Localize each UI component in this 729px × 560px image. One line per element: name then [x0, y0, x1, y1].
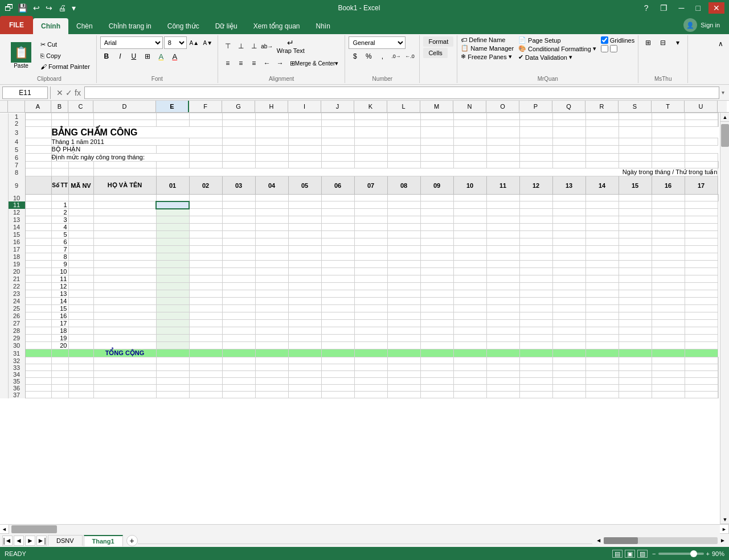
grid-cell[interactable]	[255, 320, 288, 327]
grid-cell[interactable]	[552, 327, 585, 335]
grid-cell[interactable]	[585, 154, 619, 162]
grid-cell[interactable]	[255, 224, 288, 231]
grid-cell[interactable]	[189, 283, 222, 290]
grid-cell[interactable]	[420, 162, 453, 168]
grid-cell[interactable]	[255, 138, 288, 146]
grid-cell[interactable]	[453, 201, 486, 209]
grid-cell[interactable]	[288, 283, 321, 290]
grid-cell[interactable]	[619, 357, 652, 364]
grid-cell[interactable]	[420, 392, 453, 398]
grid-cell[interactable]	[25, 364, 51, 371]
restore-btn[interactable]: ❐	[657, 3, 671, 13]
grid-cell[interactable]	[25, 261, 51, 268]
grid-cell[interactable]	[189, 209, 222, 216]
grid-cell[interactable]	[486, 283, 519, 290]
grid-cell[interactable]	[585, 335, 619, 342]
grid-cell[interactable]	[486, 268, 519, 275]
middle-align-btn[interactable]: ⊥	[235, 40, 247, 52]
grid-cell[interactable]: 12	[51, 283, 68, 290]
grid-cell[interactable]	[585, 238, 619, 246]
italic-button[interactable]: I	[114, 50, 126, 63]
grid-cell[interactable]	[68, 224, 93, 231]
grid-cell[interactable]	[321, 261, 354, 268]
grid-cell[interactable]	[619, 305, 652, 312]
grid-cell[interactable]	[288, 195, 321, 201]
grid-cell[interactable]	[718, 195, 718, 201]
grid-cell[interactable]	[354, 268, 387, 275]
row-number[interactable]: 11	[8, 201, 25, 209]
grid-cell[interactable]: 03	[222, 176, 255, 195]
grid-cell[interactable]	[619, 253, 652, 261]
grid-cell[interactable]: Ngày trong tháng / Thứ trong tuần	[156, 168, 718, 176]
grid-cell[interactable]	[585, 195, 619, 201]
row-number[interactable]: 12	[8, 209, 25, 216]
minimize-btn[interactable]: ─	[675, 3, 688, 13]
grid-cell[interactable]	[321, 371, 354, 378]
grid-cell[interactable]	[420, 298, 453, 305]
grid-cell[interactable]	[68, 209, 93, 216]
grid-cell[interactable]	[68, 385, 93, 392]
grid-cell[interactable]	[685, 209, 718, 216]
grid-cell[interactable]	[652, 224, 685, 231]
grid-cell[interactable]	[619, 342, 652, 349]
grid-cell[interactable]	[255, 327, 288, 335]
grid-cell[interactable]: 5	[51, 231, 68, 238]
grid-cell[interactable]	[652, 113, 685, 120]
hscroll-thumb[interactable]	[11, 525, 57, 533]
decrease-decimal-btn[interactable]: ←.0	[403, 50, 416, 63]
grid-cell[interactable]	[189, 320, 222, 327]
grid-cell[interactable]	[189, 138, 222, 146]
sheet-nav-last-btn[interactable]: ►|	[36, 536, 47, 546]
grid-cell[interactable]	[552, 385, 585, 392]
gridlines-checkbox[interactable]	[601, 36, 608, 44]
grid-cell[interactable]: BẢNG CHẤM CÔNG	[51, 127, 222, 138]
grid-cell[interactable]	[321, 283, 354, 290]
row-number[interactable]: 20	[8, 268, 25, 275]
grid-cell[interactable]	[222, 201, 255, 209]
grid-cell[interactable]	[685, 253, 718, 261]
tab-dulieu[interactable]: Dữ liệu	[207, 18, 245, 34]
grid-cell[interactable]	[156, 224, 189, 231]
grid-cell[interactable]	[652, 320, 685, 327]
grid-cell[interactable]	[652, 231, 685, 238]
grid-cell[interactable]	[25, 327, 51, 335]
grid-cell[interactable]	[25, 275, 51, 283]
grid-cell[interactable]	[354, 216, 387, 224]
grid-cell[interactable]	[685, 246, 718, 253]
grid-cell[interactable]	[288, 327, 321, 335]
grid-cell[interactable]	[93, 371, 156, 378]
grid-cell[interactable]	[156, 120, 189, 127]
grid-cell[interactable]	[420, 201, 453, 209]
grid-cell[interactable]	[222, 113, 255, 120]
grid-cell[interactable]	[420, 349, 453, 357]
grid-cell[interactable]	[486, 320, 519, 327]
grid-cell[interactable]	[354, 378, 387, 385]
grid-cell[interactable]	[387, 238, 420, 246]
grid-cell[interactable]	[652, 283, 685, 290]
grid-cell[interactable]	[25, 335, 51, 342]
sheet-nav-next-btn[interactable]: ►	[25, 536, 35, 546]
grid-cell[interactable]	[652, 385, 685, 392]
grid-cell[interactable]	[93, 298, 156, 305]
grid-cell[interactable]	[189, 364, 222, 371]
grid-cell[interactable]	[93, 268, 156, 275]
grid-cell[interactable]	[156, 290, 189, 298]
grid-cell[interactable]	[387, 275, 420, 283]
grid-cell[interactable]: 14	[51, 298, 68, 305]
grid-cell[interactable]	[255, 312, 288, 320]
increase-font-btn[interactable]: A▲	[188, 36, 200, 49]
col-header-U[interactable]: U	[685, 101, 718, 112]
grid-cell[interactable]	[552, 146, 585, 154]
grid-cell[interactable]	[453, 385, 486, 392]
cut-button[interactable]: ✂ Cut	[38, 39, 93, 50]
grid-cell[interactable]	[321, 364, 354, 371]
grid-cell[interactable]	[68, 364, 93, 371]
grid-cell[interactable]: Số TT	[51, 176, 68, 195]
grid-cell[interactable]	[354, 364, 387, 371]
grid-cell[interactable]	[519, 392, 552, 398]
row-number[interactable]: 14	[8, 224, 25, 231]
grid-cell[interactable]	[652, 216, 685, 224]
row-number[interactable]: 18	[8, 253, 25, 261]
tab-nhin[interactable]: Nhìn	[308, 18, 338, 34]
grid-cell[interactable]	[25, 216, 51, 224]
